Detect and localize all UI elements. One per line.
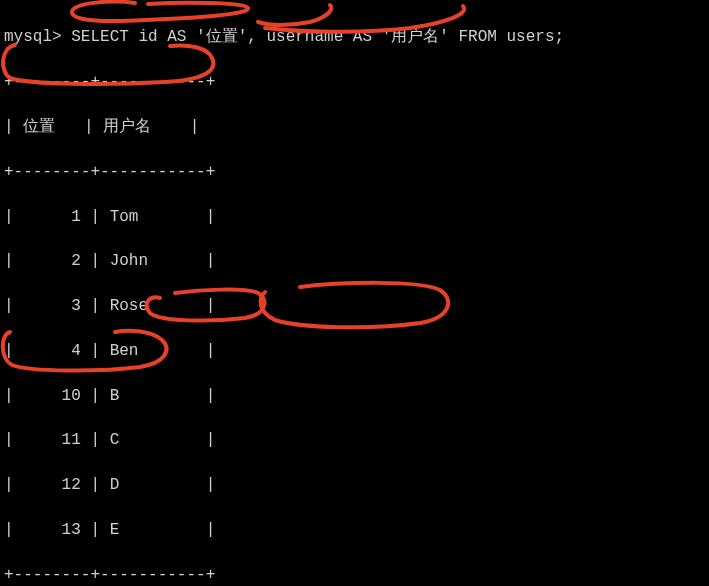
table1-col1-header: 位置 xyxy=(23,118,55,136)
table-row: | 4 | Ben | xyxy=(4,340,705,362)
table-row: | 11 | C | xyxy=(4,429,705,451)
table-row: | 1 | Tom | xyxy=(4,206,705,228)
table1-col2-header: 用户名 xyxy=(103,118,151,136)
table-row: | 13 | E | xyxy=(4,519,705,541)
table-row: | 2 | John | xyxy=(4,250,705,272)
table1-divider-mid: +--------+-----------+ xyxy=(4,161,705,183)
table-row: | 3 | Rose | xyxy=(4,295,705,317)
table-row: | 10 | B | xyxy=(4,385,705,407)
table1-divider-bottom: +--------+-----------+ xyxy=(4,564,705,586)
query1-prompt-line: mysql> SELECT id AS '位置', username AS '用… xyxy=(4,26,705,48)
table1-header-row: | 位置 | 用户名 | xyxy=(4,116,705,138)
table1-divider-top: +--------+-----------+ xyxy=(4,71,705,93)
sql-statement-1: SELECT id AS '位置', username AS '用户名' FRO… xyxy=(71,28,564,46)
mysql-prompt: mysql> xyxy=(4,28,62,46)
table-row: | 12 | D | xyxy=(4,474,705,496)
terminal-output: mysql> SELECT id AS '位置', username AS '用… xyxy=(4,4,705,586)
